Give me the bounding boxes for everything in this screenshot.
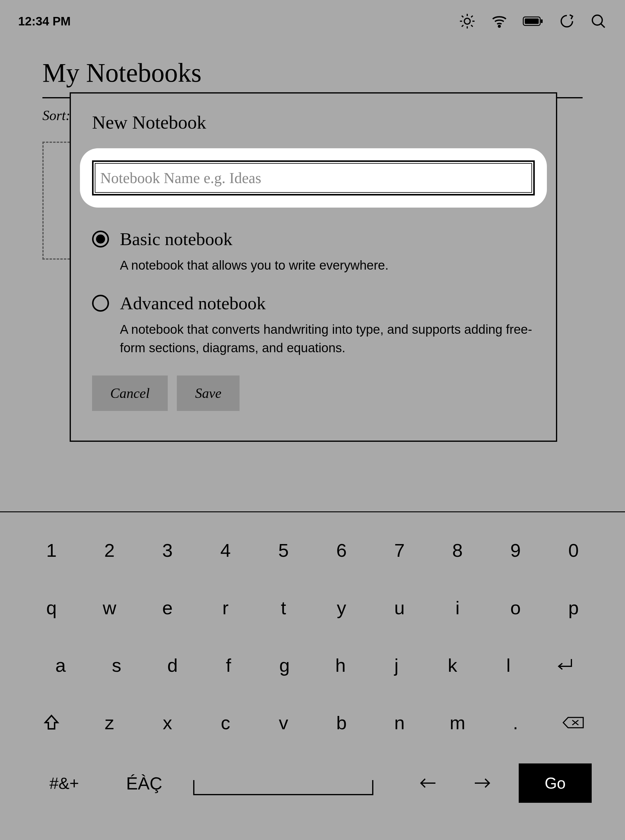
option-basic-title: Basic notebook [120,229,535,250]
key-shift[interactable] [33,706,70,739]
svg-line-5 [462,16,463,17]
search-icon[interactable] [590,13,607,29]
keyboard-row-qwerty: q w e r t y u i o p [33,591,592,624]
key-l[interactable]: l [490,648,527,682]
key-1[interactable]: 1 [33,533,70,567]
key-3[interactable]: 3 [149,533,186,567]
key-e[interactable]: e [149,591,186,624]
option-basic-desc: A notebook that allows you to write ever… [120,256,535,275]
radio-basic[interactable] [92,231,109,248]
key-8[interactable]: 8 [439,533,476,567]
svg-rect-11 [525,19,539,24]
key-i[interactable]: i [439,591,476,624]
svg-point-9 [498,25,500,27]
svg-line-7 [462,25,463,26]
key-f[interactable]: f [210,648,247,682]
keyboard-row-asdf: a s d f g h j k l [33,648,592,682]
key-backspace[interactable] [555,706,592,739]
name-input-highlight [80,148,547,208]
key-2[interactable]: 2 [92,533,128,567]
key-period[interactable]: . [497,706,533,739]
key-a[interactable]: a [42,648,79,682]
key-7[interactable]: 7 [381,533,418,567]
key-q[interactable]: q [33,591,70,624]
status-icons [459,12,607,30]
radio-advanced[interactable] [92,295,109,312]
key-symbols[interactable]: #&+ [33,766,95,800]
new-notebook-dialog: New Notebook Basic notebook A notebook t… [70,92,557,442]
key-c[interactable]: c [207,706,244,739]
key-6[interactable]: 6 [323,533,360,567]
key-4[interactable]: 4 [207,533,244,567]
key-d[interactable]: d [154,648,191,682]
keyboard-row-numbers: 1 2 3 4 5 6 7 8 9 0 [33,533,592,567]
option-basic-notebook[interactable]: Basic notebook A notebook that allows yo… [92,229,535,275]
key-w[interactable]: w [92,591,128,624]
key-t[interactable]: t [265,591,302,624]
status-bar: 12:34 PM [0,0,625,42]
on-screen-keyboard: 1 2 3 4 5 6 7 8 9 0 q w e r t y u i o p … [0,511,625,840]
key-g[interactable]: g [266,648,303,682]
key-go[interactable]: Go [519,763,592,803]
cancel-button[interactable]: Cancel [92,375,168,411]
svg-line-14 [601,23,605,28]
sync-icon[interactable] [558,13,575,29]
save-button[interactable]: Save [177,375,239,411]
key-9[interactable]: 9 [497,533,533,567]
page-title: My Notebooks [42,57,583,88]
svg-point-0 [464,18,470,24]
clock: 12:34 PM [18,14,70,28]
key-s[interactable]: s [98,648,135,682]
name-input-frame [92,160,535,195]
key-o[interactable]: o [497,591,533,624]
keyboard-row-bottom: #&+ ÉÀÇ Go [33,763,592,803]
key-v[interactable]: v [265,706,302,739]
svg-rect-12 [541,19,543,23]
dialog-title: New Notebook [92,112,535,133]
key-z[interactable]: z [92,706,128,739]
wifi-icon[interactable] [491,12,508,30]
key-0[interactable]: 0 [555,533,592,567]
battery-icon[interactable] [522,15,544,27]
key-p[interactable]: p [555,591,592,624]
key-enter[interactable] [546,648,583,682]
key-n[interactable]: n [381,706,418,739]
key-r[interactable]: r [207,591,244,624]
key-x[interactable]: x [149,706,186,739]
option-advanced-desc: A notebook that converts handwriting int… [120,321,535,357]
key-m[interactable]: m [439,706,476,739]
notebook-name-input[interactable] [95,163,532,193]
key-space[interactable] [193,780,373,795]
svg-line-8 [471,16,473,17]
key-h[interactable]: h [322,648,359,682]
key-arrow-left[interactable] [410,766,446,800]
option-advanced-notebook[interactable]: Advanced notebook A notebook that conver… [92,293,535,357]
svg-point-13 [592,15,602,25]
key-accents[interactable]: ÉÀÇ [113,766,175,800]
key-b[interactable]: b [323,706,360,739]
key-k[interactable]: k [434,648,471,682]
brightness-icon[interactable] [459,12,476,30]
svg-line-6 [471,25,473,26]
key-j[interactable]: j [378,648,415,682]
key-arrow-right[interactable] [464,766,501,800]
option-advanced-title: Advanced notebook [120,293,535,314]
key-y[interactable]: y [323,591,360,624]
key-5[interactable]: 5 [265,533,302,567]
key-u[interactable]: u [381,591,418,624]
keyboard-row-zxcv: z x c v b n m . [33,706,592,739]
